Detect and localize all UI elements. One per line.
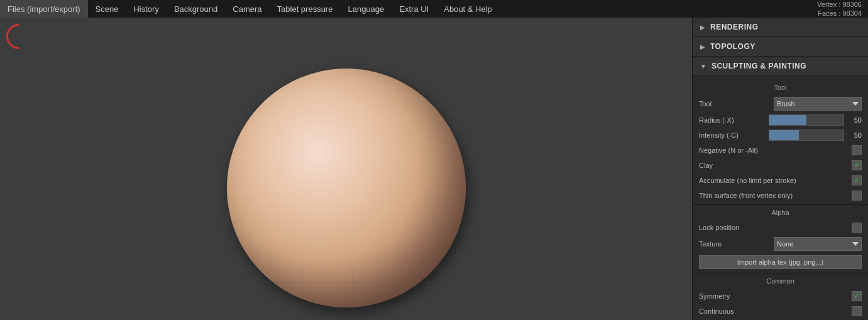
accumulate-control [852,175,862,185]
menu-language[interactable]: Language [340,0,392,18]
menu-files[interactable]: Files (import/export) [0,0,88,18]
continuous-row: Continuous [693,304,868,319]
lock-position-label: Lock position [699,224,852,231]
thin-surface-label: Thin surface (front vertex only) [699,192,852,199]
viewport[interactable] [0,18,692,320]
symmetry-checkbox[interactable] [852,291,862,301]
accumulate-checkbox[interactable] [852,175,862,185]
rendering-title: RENDERING [710,23,759,31]
negative-row: Negative (N or -Alt) [693,143,868,158]
symmetry-label: Symmetry [699,292,852,300]
lock-position-control [852,223,862,233]
radius-control: 50 [769,114,862,126]
menu-background[interactable]: Background [167,0,225,18]
rendering-arrow: ▶ [700,24,705,31]
topology-title: TOPOLOGY [710,42,755,51]
section-rendering-header[interactable]: ▶ RENDERING [693,18,868,37]
main-content: ▶ RENDERING ▶ TOPOLOGY ▼ SCULPTING & PAI… [0,18,868,320]
clay-control [852,160,862,170]
tool-subsection-label: Tool [693,81,868,95]
menu-bar: Files (import/export) Scene History Back… [0,0,868,18]
radius-label: Radius (-X) [699,116,769,124]
clay-row: Clay [693,158,868,173]
texture-row: Texture None Texture 1 Texture 2 [693,235,868,253]
divider-2 [693,273,868,273]
alpha-subsection-label: Alpha [693,206,868,220]
negative-label: Negative (N or -Alt) [699,146,852,154]
thin-surface-control [852,190,862,201]
section-topology-header[interactable]: ▶ TOPOLOGY [693,37,868,57]
intensity-control: 50 [769,130,862,141]
accumulate-row: Accumulate (no limit per stroke) [693,173,868,188]
menu-extra-ui[interactable]: Extra UI [392,0,436,18]
symmetry-row: Symmetry [693,289,868,304]
radius-slider[interactable] [769,114,844,126]
intensity-label: Intensity (-C) [699,131,769,139]
radius-value: 50 [847,116,862,124]
menu-scene[interactable]: Scene [88,0,126,18]
common-subsection-label: Common [693,275,868,289]
import-alpha-button[interactable]: Import alpha tex (jpg, png...) [699,255,862,269]
menu-camera[interactable]: Camera [225,0,269,18]
accumulate-label: Accumulate (no limit per stroke) [699,177,852,184]
texture-label: Texture [699,240,774,248]
intensity-value: 50 [847,131,862,139]
continuous-control [852,306,862,316]
menu-tablet[interactable]: Tablet pressure [270,0,341,18]
sculpting-body: Tool Tool Brush Flatten Pinch Crease Smo… [693,76,868,320]
sculpting-arrow: ▼ [700,63,706,70]
faces-count: Faces : 98304 [817,9,862,18]
vertex-count: Vertex : 98306 [817,0,862,9]
menu-history[interactable]: History [126,0,166,18]
continuous-checkbox[interactable] [852,306,862,316]
intensity-fill [769,130,799,140]
sculpting-title: SCULPTING & PAINTING [711,62,806,70]
grid-svg [0,270,692,320]
clay-checkbox[interactable] [852,160,862,170]
radius-row: Radius (-X) 50 [693,113,868,128]
radius-fill [769,115,806,125]
clay-label: Clay [699,162,852,169]
intensity-slider[interactable] [769,130,844,141]
lock-position-checkbox[interactable] [852,223,862,233]
thin-surface-row: Thin surface (front vertex only) [693,188,868,203]
texture-control: None Texture 1 Texture 2 [774,237,862,251]
tool-select[interactable]: Brush Flatten Pinch Crease Smooth [774,97,862,111]
tool-row: Tool Brush Flatten Pinch Crease Smooth [693,95,868,113]
continuous-label: Continuous [699,307,852,315]
topology-arrow: ▶ [700,43,705,50]
menu-about[interactable]: About & Help [436,0,500,18]
divider-1 [693,204,868,205]
thin-surface-checkbox[interactable] [852,190,862,201]
tool-label: Tool [699,100,774,108]
right-panel: ▶ RENDERING ▶ TOPOLOGY ▼ SCULPTING & PAI… [692,18,868,320]
grid-floor [0,270,692,320]
tool-control: Brush Flatten Pinch Crease Smooth [774,97,862,111]
negative-control [852,145,862,155]
negative-checkbox[interactable] [852,145,862,155]
texture-select[interactable]: None Texture 1 Texture 2 [774,237,862,251]
section-sculpting-header[interactable]: ▼ SCULPTING & PAINTING [693,57,868,76]
symmetry-control [852,291,862,301]
lock-position-row: Lock position [693,220,868,235]
intensity-row: Intensity (-C) 50 [693,128,868,143]
svg-rect-0 [0,270,692,320]
stats-display: Vertex : 98306 Faces : 98304 [817,0,862,18]
